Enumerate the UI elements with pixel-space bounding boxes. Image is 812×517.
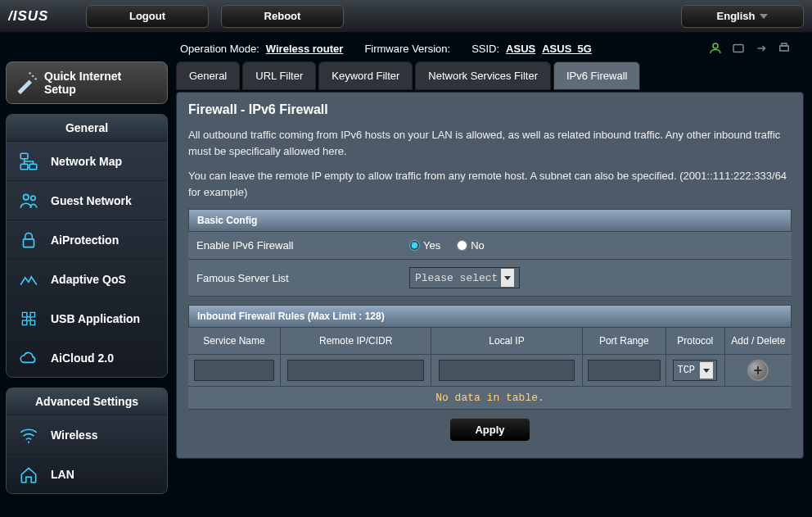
sidebar-item-label: AiCloud 2.0 <box>51 351 114 365</box>
logout-button[interactable]: Logout <box>86 5 209 28</box>
svg-rect-8 <box>20 153 28 159</box>
svg-rect-13 <box>24 238 34 247</box>
svg-point-6 <box>29 72 31 74</box>
sidebar-item-adaptive-qos[interactable]: Adaptive QoS <box>7 259 167 298</box>
col-remote: Remote IP/CIDR <box>281 328 431 355</box>
nav-general: General Network Map Guest Network AiProt… <box>6 114 168 378</box>
sidebar-item-aicloud[interactable]: AiCloud 2.0 <box>7 338 167 377</box>
client-icon[interactable] <box>708 41 723 56</box>
sidebar-item-label: Guest Network <box>51 194 132 207</box>
panel-title: Firewall - IPv6 Firewall <box>188 102 792 117</box>
famous-server-select[interactable]: Please select <box>409 267 520 288</box>
chevron-down-icon <box>700 362 713 379</box>
svg-rect-10 <box>20 164 28 170</box>
svg-rect-3 <box>780 46 789 51</box>
sidebar-item-label: LAN <box>51 468 74 481</box>
svg-text:/ISUS: /ISUS <box>8 8 48 24</box>
sidebar-item-guest-network[interactable]: Guest Network <box>7 180 167 220</box>
nav-advanced: Advanced Settings Wireless LAN <box>6 388 168 494</box>
tab-general[interactable]: General <box>176 61 240 90</box>
sidebar-item-label: USB Application <box>51 312 140 325</box>
sidebar: Quick Internet Setup General Network Map… <box>0 61 168 504</box>
reboot-button[interactable]: Reboot <box>221 5 344 28</box>
language-select[interactable]: English <box>681 5 804 28</box>
qis-line1: Quick Internet <box>44 70 121 83</box>
chevron-down-icon <box>501 269 514 287</box>
radio-no[interactable]: No <box>457 239 485 252</box>
wifi-icon <box>16 423 41 447</box>
content: General URL Filter Keyword Filter Networ… <box>168 61 812 504</box>
col-action: Add / Delete <box>724 328 792 355</box>
usb-icon[interactable] <box>731 41 746 56</box>
sidebar-item-label: Wireless <box>51 429 97 442</box>
puzzle-icon <box>16 306 41 331</box>
sidebar-item-network-map[interactable]: Network Map <box>7 141 167 180</box>
ssid-label: SSID: <box>471 43 499 55</box>
no-data-message: No data in table. <box>188 387 792 410</box>
qis-line2: Setup <box>44 83 121 96</box>
nav-general-header: General <box>7 115 167 141</box>
guest-network-icon <box>16 188 41 213</box>
wand-icon <box>15 71 38 94</box>
enable-ipv6-radio-group: Yes No <box>409 239 783 252</box>
sidebar-item-label: Adaptive QoS <box>51 273 126 286</box>
col-port: Port Range <box>582 328 665 355</box>
language-label: English <box>717 10 756 22</box>
quick-internet-setup[interactable]: Quick Internet Setup <box>6 61 168 104</box>
add-rule-button[interactable] <box>747 360 769 381</box>
svg-rect-4 <box>782 43 787 46</box>
svg-point-14 <box>28 441 29 442</box>
tab-url-filter[interactable]: URL Filter <box>242 61 316 90</box>
port-range-input[interactable] <box>588 360 661 381</box>
radio-yes-input[interactable] <box>409 240 420 251</box>
home-icon <box>16 462 41 487</box>
network-map-icon <box>16 149 41 174</box>
remote-ip-input[interactable] <box>287 360 423 381</box>
usb2-icon[interactable] <box>754 41 769 56</box>
chevron-down-icon <box>760 14 768 19</box>
sidebar-item-label: Network Map <box>51 155 122 168</box>
apply-button[interactable]: Apply <box>449 418 530 442</box>
col-proto: Protocol <box>665 328 724 355</box>
ssid-2[interactable]: ASUS_5G <box>542 43 592 55</box>
tab-keyword-filter[interactable]: Keyword Filter <box>318 61 413 90</box>
famous-server-value: Please select <box>415 272 498 284</box>
ssid-1[interactable]: ASUS <box>506 43 535 55</box>
radio-yes[interactable]: Yes <box>409 239 440 252</box>
svg-point-7 <box>35 78 37 79</box>
op-mode-value[interactable]: Wireless router <box>266 43 344 55</box>
top-bar: /ISUS Logout Reboot English <box>0 0 812 33</box>
local-ip-input[interactable] <box>439 360 575 381</box>
col-service: Service Name <box>188 328 281 355</box>
svg-point-12 <box>31 196 35 200</box>
radio-no-input[interactable] <box>457 240 467 251</box>
rules-table: Service Name Remote IP/CIDR Local IP Por… <box>188 328 792 410</box>
panel-desc2: You can leave the remote IP empty to all… <box>188 168 792 201</box>
sidebar-item-label: AiProtection <box>51 234 119 247</box>
col-local: Local IP <box>431 328 582 355</box>
basic-config-header: Basic Config <box>188 209 792 232</box>
printer-icon[interactable] <box>777 41 792 56</box>
tab-ipv6-firewall[interactable]: IPv6 Firewall <box>553 61 640 90</box>
enable-ipv6-label: Enable IPv6 Firewall <box>196 239 409 252</box>
sidebar-item-aiprotection[interactable]: AiProtection <box>7 220 167 259</box>
panel: Firewall - IPv6 Firewall All outbound tr… <box>176 92 804 459</box>
svg-point-5 <box>32 75 34 77</box>
sidebar-item-usb-application[interactable]: USB Application <box>7 298 167 338</box>
svg-rect-9 <box>29 164 37 170</box>
lock-icon <box>16 228 41 252</box>
protocol-select[interactable]: TCP <box>673 360 717 381</box>
rules-header: Inbound Firewall Rules (Max Limit : 128) <box>188 305 792 328</box>
famous-server-label: Famous Server List <box>196 272 409 284</box>
panel-desc1: All outbound traffic coming from IPv6 ho… <box>188 127 792 160</box>
tab-network-services-filter[interactable]: Network Services Filter <box>415 61 551 90</box>
service-name-input[interactable] <box>194 360 275 381</box>
info-line: Operation Mode: Wireless router Firmware… <box>0 33 812 57</box>
sidebar-item-lan[interactable]: LAN <box>7 454 167 493</box>
nav-advanced-header: Advanced Settings <box>7 388 167 415</box>
sidebar-item-wireless[interactable]: Wireless <box>7 415 167 454</box>
op-mode-label: Operation Mode: <box>180 43 259 55</box>
qos-icon <box>16 267 41 292</box>
cloud-icon <box>16 346 41 370</box>
plus-icon <box>752 365 764 376</box>
